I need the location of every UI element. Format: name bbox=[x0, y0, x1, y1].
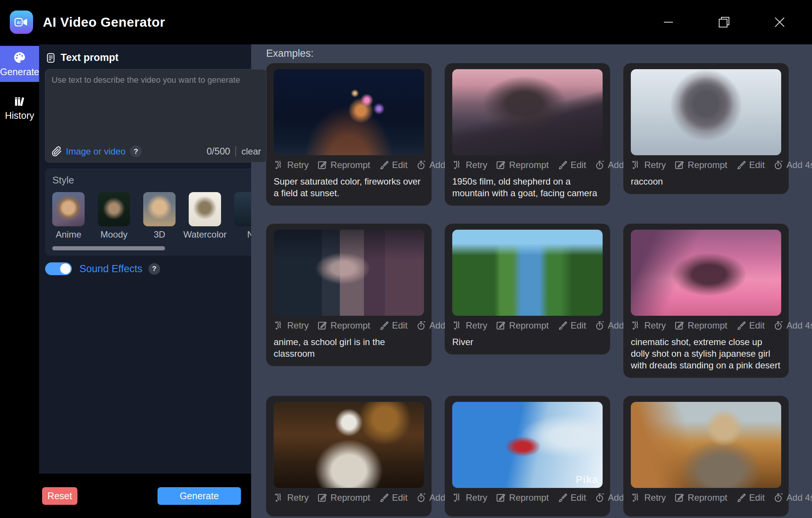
paintbrush-icon bbox=[557, 320, 568, 331]
reprompt-button[interactable]: Reprompt bbox=[317, 320, 370, 331]
example-thumbnail-chef-kitchen[interactable] bbox=[274, 402, 424, 488]
sound-effects-toggle[interactable] bbox=[45, 262, 72, 275]
retry-button[interactable]: Retry bbox=[452, 160, 487, 170]
stopwatch-icon bbox=[773, 492, 783, 503]
style-row: Anime Moody 3D Watercolor bbox=[52, 192, 267, 240]
example-card: Retry Reprompt bbox=[623, 224, 789, 378]
retry-button[interactable]: Retry bbox=[631, 492, 666, 503]
restore-window-icon[interactable] bbox=[716, 14, 732, 30]
clear-button[interactable]: clear bbox=[241, 146, 261, 157]
edit-button[interactable]: Edit bbox=[379, 160, 408, 170]
paintbrush-icon bbox=[379, 160, 389, 170]
image-or-video-link[interactable]: Image or video bbox=[66, 146, 126, 157]
example-caption bbox=[274, 508, 424, 510]
app-logo-icon: AI bbox=[10, 11, 33, 34]
card-actions: Retry Reprompt bbox=[452, 492, 603, 503]
style-item-anime[interactable]: Anime bbox=[52, 192, 85, 240]
edit-box-icon bbox=[495, 492, 506, 503]
reprompt-button[interactable]: Reprompt bbox=[495, 160, 548, 170]
edit-button[interactable]: Edit bbox=[379, 492, 408, 503]
retry-button[interactable]: Retry bbox=[452, 492, 487, 503]
stopwatch-icon bbox=[594, 492, 605, 503]
style-title: Style bbox=[52, 174, 267, 186]
example-thumbnail-fireworks-night[interactable] bbox=[274, 69, 424, 155]
retry-button[interactable]: Retry bbox=[452, 320, 487, 331]
style-thumb-anime bbox=[52, 192, 85, 226]
sound-help-icon[interactable]: ? bbox=[148, 263, 160, 275]
paintbrush-icon bbox=[557, 492, 568, 503]
example-caption: 1950s film, old shepherd on a mountain w… bbox=[452, 176, 603, 199]
edit-box-icon bbox=[317, 160, 327, 170]
reprompt-button[interactable]: Reprompt bbox=[674, 320, 727, 331]
edit-button[interactable]: Edit bbox=[557, 160, 586, 170]
example-thumbnail-pink-desert-girl[interactable] bbox=[631, 230, 781, 316]
svg-text:AI: AI bbox=[17, 21, 21, 25]
example-card: Retry Reprompt bbox=[266, 224, 432, 366]
examples-title: Examples: bbox=[266, 47, 812, 59]
prompt-input[interactable] bbox=[45, 70, 266, 130]
edit-button[interactable]: Edit bbox=[736, 492, 765, 503]
waveform-retry-icon bbox=[631, 492, 641, 503]
retry-button[interactable]: Retry bbox=[274, 492, 309, 503]
reprompt-button[interactable]: Reprompt bbox=[317, 492, 370, 503]
waveform-retry-icon bbox=[631, 160, 641, 170]
sidebar-item-history[interactable]: History bbox=[0, 90, 39, 126]
retry-button[interactable]: Retry bbox=[631, 320, 666, 331]
paintbrush-icon bbox=[736, 160, 746, 170]
waveform-retry-icon bbox=[452, 320, 463, 331]
reprompt-button[interactable]: Reprompt bbox=[674, 492, 727, 503]
watermark-label: Pika bbox=[576, 474, 598, 486]
reset-button[interactable]: Reset bbox=[42, 487, 77, 505]
example-thumbnail-forest-river[interactable] bbox=[452, 230, 603, 316]
reprompt-button[interactable]: Reprompt bbox=[495, 320, 548, 331]
paintbrush-icon bbox=[379, 492, 389, 503]
title-bar: AI AI Video Generator bbox=[0, 0, 812, 44]
card-actions: Retry Reprompt bbox=[631, 320, 781, 331]
edit-button[interactable]: Edit bbox=[379, 320, 408, 331]
edit-box-icon bbox=[317, 492, 327, 503]
stopwatch-icon bbox=[594, 320, 605, 331]
generate-button[interactable]: Generate bbox=[158, 487, 241, 505]
edit-button[interactable]: Edit bbox=[736, 160, 765, 170]
add-4s-button[interactable]: Add 4s bbox=[773, 320, 812, 331]
retry-button[interactable]: Retry bbox=[274, 160, 309, 170]
add-4s-button[interactable]: Add 4s bbox=[773, 160, 812, 170]
minimize-icon[interactable] bbox=[660, 14, 677, 30]
examples-grid: Retry Reprompt bbox=[266, 63, 812, 516]
stopwatch-icon bbox=[773, 160, 783, 170]
text-prompt-header: Text prompt bbox=[45, 44, 267, 64]
edit-button[interactable]: Edit bbox=[736, 320, 765, 331]
retry-button[interactable]: Retry bbox=[631, 160, 666, 170]
sidebar-item-label: Generate bbox=[0, 67, 39, 77]
edit-button[interactable]: Edit bbox=[557, 320, 586, 331]
waveform-retry-icon bbox=[274, 492, 284, 503]
card-actions: Retry Reprompt bbox=[631, 160, 781, 170]
edit-box-icon bbox=[495, 160, 506, 170]
example-thumbnail-raccoon-snow[interactable] bbox=[631, 69, 781, 155]
reprompt-button[interactable]: Reprompt bbox=[674, 160, 727, 170]
example-card: Retry Reprompt bbox=[445, 63, 610, 206]
sidebar-item-generate[interactable]: Generate bbox=[0, 46, 39, 82]
divider bbox=[235, 146, 236, 156]
example-thumbnail-shepherd-goat-mountain[interactable] bbox=[452, 69, 603, 155]
example-thumbnail-santa-snowboard[interactable]: Pika bbox=[452, 402, 603, 488]
paintbrush-icon bbox=[379, 320, 389, 331]
edit-button[interactable]: Edit bbox=[557, 492, 586, 503]
attach-help-icon[interactable]: ? bbox=[130, 145, 142, 157]
example-card: Retry Reprompt bbox=[623, 396, 789, 516]
style-item-moody[interactable]: Moody bbox=[98, 192, 130, 240]
reprompt-button[interactable]: Reprompt bbox=[317, 160, 370, 170]
card-actions: Retry Reprompt bbox=[452, 160, 603, 170]
reprompt-button[interactable]: Reprompt bbox=[495, 492, 548, 503]
paperclip-icon[interactable] bbox=[52, 146, 62, 157]
example-thumbnail-anime-schoolgirl[interactable] bbox=[274, 230, 424, 316]
close-icon[interactable] bbox=[771, 14, 788, 30]
style-item-watercolor[interactable]: Watercolor bbox=[189, 192, 221, 240]
retry-button[interactable]: Retry bbox=[274, 320, 309, 331]
add-4s-button[interactable]: Add 4s bbox=[773, 492, 812, 503]
example-thumbnail-cowboy-canyon[interactable] bbox=[631, 402, 781, 488]
example-caption bbox=[631, 508, 781, 510]
card-actions: Retry Reprompt bbox=[631, 492, 781, 503]
style-scrollbar[interactable] bbox=[52, 246, 165, 250]
style-item-3d[interactable]: 3D bbox=[143, 192, 176, 240]
